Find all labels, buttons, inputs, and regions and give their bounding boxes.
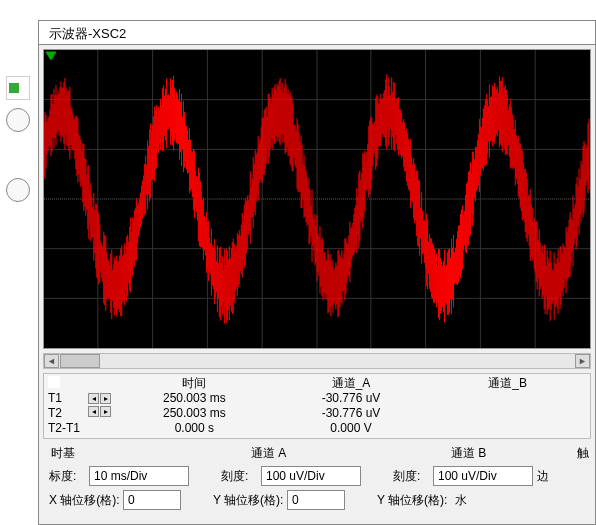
dt-chA: 0.000 V <box>273 421 430 436</box>
t1-chA: -30.776 uV <box>273 391 430 406</box>
t2-chB <box>429 406 586 421</box>
arrow-left-icon[interactable]: ◂ <box>88 406 99 417</box>
dt-chB <box>429 421 586 436</box>
label-t2: T2 <box>48 406 88 421</box>
xpos-label: X 轴位移(格): <box>43 492 123 509</box>
label-t2t1: T2-T1 <box>48 421 88 436</box>
scope-h-scrollbar[interactable]: ◄ ► <box>43 353 591 369</box>
label-t1: T1 <box>48 391 88 406</box>
scope-svg <box>44 50 590 348</box>
checkmark-icon <box>48 376 60 388</box>
chB-scale-label: 刻度: <box>387 468 433 485</box>
timebase-scale-input[interactable] <box>89 466 189 486</box>
t2-chA: -30.776 uV <box>273 406 430 421</box>
cursor-readout-panel: T1 T2 T2-T1 ◂▸ ◂▸ 时间 250.003 ms 250.003 … <box>43 373 591 439</box>
scroll-left-button[interactable]: ◄ <box>44 354 59 368</box>
t1-stepper[interactable]: ◂▸ <box>88 393 116 404</box>
chA-ypos-label: Y 轴位移(格): <box>207 492 287 509</box>
chA-scale-input[interactable] <box>261 466 361 486</box>
scroll-thumb[interactable] <box>60 354 100 368</box>
tool-component <box>6 178 30 202</box>
col-chB: 通道_B <box>429 376 586 436</box>
channelA-header: 通道 A <box>243 445 439 462</box>
arrow-right-icon[interactable]: ▸ <box>100 393 111 404</box>
t2-stepper[interactable]: ◂▸ <box>88 406 116 417</box>
arrow-right-icon[interactable]: ▸ <box>100 406 111 417</box>
tool-ac-source <box>6 108 30 132</box>
oscilloscope-window: 示波器-XSC2 ◄ <box>38 20 596 525</box>
t1-time: 250.003 ms <box>116 391 273 406</box>
chA-scale-label: 刻度: <box>215 468 261 485</box>
col-time-header: 时间 <box>116 376 273 391</box>
col-chB-header: 通道_B <box>429 376 586 391</box>
canvas-left-tools <box>0 68 36 368</box>
col-chA-header: 通道_A <box>273 376 430 391</box>
trigger-header-truncated: 触 <box>577 445 591 462</box>
xpos-input[interactable] <box>123 490 181 510</box>
chA-ypos-input[interactable] <box>287 490 345 510</box>
chB-ypos-label: Y 轴位移(格): <box>371 492 451 509</box>
channelB-header: 通道 B <box>443 445 573 462</box>
t2-time: 250.003 ms <box>116 406 273 421</box>
arrow-left-icon[interactable]: ◂ <box>88 393 99 404</box>
cursor-row-labels: T1 T2 T2-T1 <box>48 376 88 436</box>
dt-time: 0.000 s <box>116 421 273 436</box>
t1-chB <box>429 391 586 406</box>
window-title: 示波器-XSC2 <box>39 21 595 45</box>
scope-display[interactable] <box>43 49 591 349</box>
edge-label-truncated: 边 <box>537 468 551 485</box>
col-chA: 通道_A -30.776 uV -30.776 uV 0.000 V <box>273 376 430 436</box>
chB-scale-input[interactable] <box>433 466 533 486</box>
control-panel: 时基 通道 A 通道 B 触 标度: 刻度: 刻度: 边 X 轴位移 <box>43 445 591 510</box>
tool-scope-shape <box>6 76 30 100</box>
level-label-truncated: 水 <box>455 492 469 509</box>
scroll-right-button[interactable]: ► <box>575 354 590 368</box>
col-time: 时间 250.003 ms 250.003 ms 0.000 s <box>116 376 273 436</box>
timebase-header: 时基 <box>43 445 239 462</box>
timebase-scale-label: 标度: <box>43 468 89 485</box>
